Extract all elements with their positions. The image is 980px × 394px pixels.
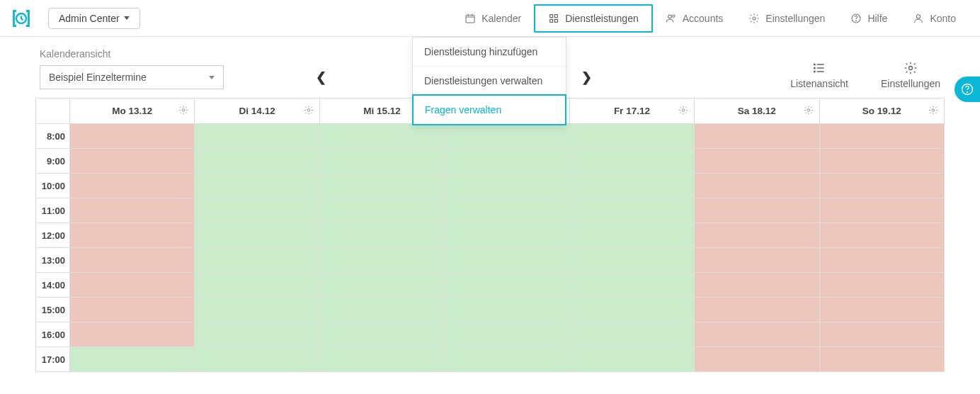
calendar-cell[interactable] bbox=[569, 322, 694, 347]
topbar: Admin Center Kalender Dienstleistungen A… bbox=[0, 0, 980, 37]
day-settings-button[interactable] bbox=[804, 105, 814, 117]
nav-einstellungen[interactable]: Einstellungen bbox=[736, 0, 838, 36]
calendar-cell[interactable] bbox=[70, 248, 195, 273]
calendar-cell[interactable] bbox=[195, 322, 319, 347]
calendar-cell[interactable] bbox=[70, 124, 195, 149]
calendar-cell[interactable] bbox=[819, 124, 944, 149]
day-header: Fr 17.12 bbox=[569, 98, 694, 124]
dropdown-manage-services[interactable]: Dienstleistungen verwalten bbox=[413, 66, 566, 95]
calendar-cell[interactable] bbox=[70, 149, 195, 174]
calendar-cell[interactable] bbox=[819, 248, 944, 273]
calendar-cell[interactable] bbox=[569, 223, 694, 248]
dropdown-manage-questions[interactable]: Fragen verwalten bbox=[412, 94, 566, 125]
calendar-cell[interactable] bbox=[70, 347, 195, 372]
nav-kalender[interactable]: Kalender bbox=[452, 0, 534, 36]
calendar-cell[interactable] bbox=[569, 273, 694, 298]
calendar-cell[interactable] bbox=[319, 198, 444, 223]
calendar-cell[interactable] bbox=[70, 223, 195, 248]
calendar-cell[interactable] bbox=[695, 198, 819, 223]
calendar-cell[interactable] bbox=[695, 149, 819, 174]
calendar-cell[interactable] bbox=[195, 248, 319, 273]
nav-accounts[interactable]: Accounts bbox=[653, 0, 736, 36]
calendar-cell[interactable] bbox=[819, 198, 944, 223]
listview-button[interactable]: Listenansicht bbox=[790, 61, 848, 89]
calendar-cell[interactable] bbox=[319, 347, 444, 372]
calendar-cell[interactable] bbox=[445, 248, 569, 273]
calendar-cell[interactable] bbox=[819, 149, 944, 174]
help-bubble[interactable] bbox=[955, 77, 980, 102]
calendar-cell[interactable] bbox=[319, 174, 444, 198]
day-settings-button[interactable] bbox=[178, 105, 188, 117]
calendar-cell[interactable] bbox=[319, 223, 444, 248]
calendar-cell[interactable] bbox=[569, 248, 694, 273]
calendar-cell[interactable] bbox=[319, 124, 444, 149]
calendar-cell[interactable] bbox=[695, 174, 819, 198]
calendar-cell[interactable] bbox=[195, 347, 319, 372]
next-week-button[interactable]: ❯ bbox=[581, 69, 592, 85]
calendar-cell[interactable] bbox=[445, 124, 569, 149]
calendar-cell[interactable] bbox=[445, 174, 569, 198]
svg-rect-1 bbox=[466, 15, 474, 23]
calendar-cell[interactable] bbox=[70, 273, 195, 298]
calendar-cell[interactable] bbox=[445, 198, 569, 223]
calendar-cell[interactable] bbox=[569, 149, 694, 174]
calendar-cell[interactable] bbox=[695, 223, 819, 248]
calendar-cell[interactable] bbox=[445, 273, 569, 298]
time-label: 15:00 bbox=[36, 298, 70, 322]
calendar-cell[interactable] bbox=[569, 347, 694, 372]
calendar-cell[interactable] bbox=[70, 198, 195, 223]
view-select[interactable]: Beispiel Einzeltermine bbox=[40, 65, 224, 89]
calendar-cell[interactable] bbox=[819, 223, 944, 248]
calendar-cell[interactable] bbox=[195, 298, 319, 322]
calendar-cell[interactable] bbox=[695, 347, 819, 372]
day-settings-button[interactable] bbox=[678, 105, 688, 117]
calendar-cell[interactable] bbox=[695, 248, 819, 273]
calendar-cell[interactable] bbox=[195, 198, 319, 223]
settings-button[interactable]: Einstellungen bbox=[881, 61, 940, 89]
calendar-cell[interactable] bbox=[195, 273, 319, 298]
nav-hilfe[interactable]: Hilfe bbox=[838, 0, 900, 36]
calendar-cell[interactable] bbox=[819, 347, 944, 372]
calendar-cell[interactable] bbox=[569, 174, 694, 198]
calendar-cell[interactable] bbox=[819, 273, 944, 298]
calendar-cell[interactable] bbox=[70, 174, 195, 198]
nav-konto-label: Konto bbox=[930, 13, 956, 24]
calendar-cell[interactable] bbox=[695, 273, 819, 298]
calendar-cell[interactable] bbox=[195, 174, 319, 198]
calendar-cell[interactable] bbox=[319, 273, 444, 298]
calendar-cell[interactable] bbox=[195, 149, 319, 174]
calendar-cell[interactable] bbox=[445, 149, 569, 174]
day-settings-button[interactable] bbox=[928, 105, 938, 117]
admin-center-dropdown[interactable]: Admin Center bbox=[48, 8, 140, 29]
svg-rect-4 bbox=[550, 19, 553, 22]
nav-konto[interactable]: Konto bbox=[900, 0, 969, 36]
day-settings-button[interactable] bbox=[304, 105, 314, 117]
calendar-cell[interactable] bbox=[569, 298, 694, 322]
calendar-cell[interactable] bbox=[569, 198, 694, 223]
calendar-cell[interactable] bbox=[445, 322, 569, 347]
calendar-cell[interactable] bbox=[819, 298, 944, 322]
calendar-cell[interactable] bbox=[195, 223, 319, 248]
calendar-cell[interactable] bbox=[319, 149, 444, 174]
day-header: Mo 13.12 bbox=[70, 98, 195, 124]
calendar-cell[interactable] bbox=[695, 124, 819, 149]
svg-point-24 bbox=[967, 92, 968, 93]
calendar-cell[interactable] bbox=[70, 322, 195, 347]
prev-week-button[interactable]: ❮ bbox=[316, 69, 326, 85]
calendar-cell[interactable] bbox=[695, 322, 819, 347]
calendar-cell[interactable] bbox=[819, 174, 944, 198]
calendar-cell[interactable] bbox=[70, 298, 195, 322]
calendar-cell[interactable] bbox=[569, 124, 694, 149]
gear-icon bbox=[928, 105, 938, 115]
dropdown-add-service[interactable]: Dienstleistung hinzufügen bbox=[413, 38, 566, 66]
calendar-cell[interactable] bbox=[195, 124, 319, 149]
calendar-cell[interactable] bbox=[445, 347, 569, 372]
calendar-cell[interactable] bbox=[319, 322, 444, 347]
calendar-cell[interactable] bbox=[319, 248, 444, 273]
calendar-cell[interactable] bbox=[445, 223, 569, 248]
calendar-cell[interactable] bbox=[445, 298, 569, 322]
nav-dienstleistungen[interactable]: Dienstleistungen bbox=[534, 4, 653, 33]
calendar-cell[interactable] bbox=[695, 298, 819, 322]
calendar-cell[interactable] bbox=[819, 322, 944, 347]
calendar-cell[interactable] bbox=[319, 298, 444, 322]
